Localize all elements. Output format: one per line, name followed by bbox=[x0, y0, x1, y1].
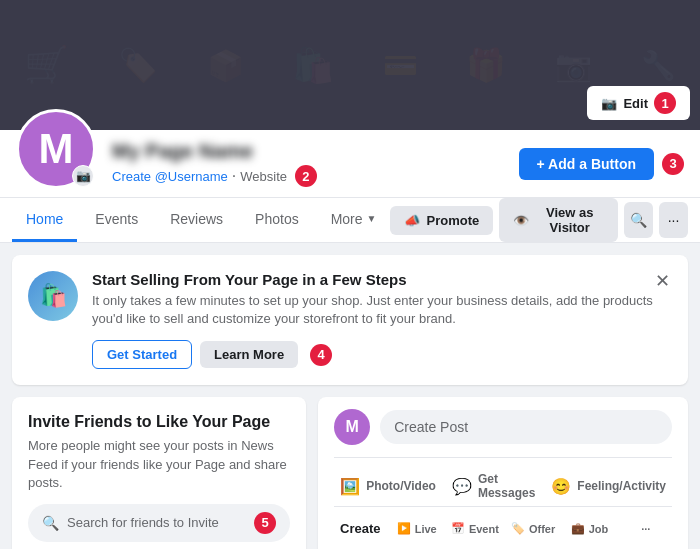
invite-description: More people might see your posts in News… bbox=[28, 437, 290, 492]
search-button[interactable]: 🔍 bbox=[624, 202, 653, 238]
create-username-link[interactable]: Create @Username bbox=[112, 169, 228, 184]
add-a-button[interactable]: + Add a Button bbox=[519, 148, 654, 180]
promote-button[interactable]: 📣 Promote bbox=[390, 206, 493, 235]
camera-icon: 📷 bbox=[601, 96, 617, 111]
tab-reviews[interactable]: Reviews bbox=[156, 199, 237, 242]
create-post-header: M Create Post bbox=[334, 409, 672, 445]
more-create-action[interactable]: ··· bbox=[620, 515, 672, 542]
photo-video-icon: 🖼️ bbox=[340, 477, 360, 496]
add-button-wrapper: + Add a Button 3 bbox=[519, 148, 684, 180]
nav-right: 📣 Promote 👁️ View as Visitor 🔍 ··· bbox=[390, 198, 688, 242]
avatar-camera-button[interactable]: 📷 bbox=[72, 165, 94, 187]
feeling-activity-action[interactable]: 😊 Feeling/Activity bbox=[545, 466, 672, 506]
search-icon: 🔍 bbox=[630, 212, 647, 228]
job-action[interactable]: 💼 Job bbox=[563, 515, 615, 542]
view-as-visitor-button[interactable]: 👁️ View as Visitor bbox=[499, 198, 618, 242]
invite-title: Invite Friends to Like Your Page bbox=[28, 413, 290, 431]
get-started-button[interactable]: Get Started bbox=[92, 340, 192, 369]
feeling-icon: 😊 bbox=[551, 477, 571, 496]
nav-left: Home Events Reviews Photos More ▼ bbox=[12, 199, 390, 242]
promote-icon: 📣 bbox=[404, 213, 420, 228]
nav-tabs: Home Events Reviews Photos More ▼ 📣 Prom… bbox=[0, 198, 700, 243]
sell-icon: 🛍️ bbox=[28, 271, 78, 321]
tab-events[interactable]: Events bbox=[81, 199, 152, 242]
messenger-icon: 💬 bbox=[452, 477, 472, 496]
create-row: Create ▶️ Live 📅 Event 🏷️ Offer 💼 Job bbox=[334, 506, 672, 542]
offer-icon: 🏷️ bbox=[511, 522, 525, 535]
job-icon: 💼 bbox=[571, 522, 585, 535]
annotation-3: 3 bbox=[662, 153, 684, 175]
page-name-text: My Page Name bbox=[112, 140, 253, 163]
close-icon: ✕ bbox=[655, 270, 670, 292]
offer-action[interactable]: 🏷️ Offer bbox=[507, 515, 559, 542]
tab-home[interactable]: Home bbox=[12, 199, 77, 242]
create-post-card: M Create Post 🖼️ Photo/Video 💬 Get Messa… bbox=[318, 397, 688, 549]
main-content: 🛍️ Start Selling From Your Page in a Few… bbox=[0, 243, 700, 549]
mini-avatar: M bbox=[334, 409, 370, 445]
search-friends-input[interactable]: 🔍 Search for friends to Invite 5 bbox=[28, 504, 290, 542]
sell-content: Start Selling From Your Page in a Few St… bbox=[92, 271, 672, 369]
search-friends-placeholder: Search for friends to Invite bbox=[67, 515, 219, 530]
learn-more-button[interactable]: Learn More bbox=[200, 341, 298, 368]
event-icon: 📅 bbox=[451, 522, 465, 535]
sell-description: It only takes a few minutes to set up yo… bbox=[92, 292, 672, 328]
sell-card: 🛍️ Start Selling From Your Page in a Few… bbox=[12, 255, 688, 385]
annotation-5: 5 bbox=[254, 512, 276, 534]
edit-cover-button[interactable]: 📷 Edit 1 bbox=[587, 86, 690, 120]
annotation-2: 2 bbox=[295, 165, 317, 187]
profile-info: My Page Name Create @Username · Website … bbox=[112, 130, 503, 197]
create-action-label: Create bbox=[334, 515, 386, 542]
live-action[interactable]: ▶️ Live bbox=[391, 515, 443, 542]
more-icon: ··· bbox=[641, 523, 650, 535]
close-sell-card-button[interactable]: ✕ bbox=[648, 267, 676, 295]
photo-video-action[interactable]: 🖼️ Photo/Video bbox=[334, 466, 442, 506]
ellipsis-icon: ··· bbox=[668, 212, 680, 228]
eye-icon: 👁️ bbox=[513, 213, 529, 228]
profile-section: M 📷 My Page Name Create @Username · Webs… bbox=[0, 130, 700, 198]
cover-photo: 🛒 🏷️ 📦 🛍️ 💳 🎁 📷 🔧 📷 Edit 1 bbox=[0, 0, 700, 130]
page-name: My Page Name bbox=[112, 140, 503, 163]
sell-title: Start Selling From Your Page in a Few St… bbox=[92, 271, 672, 288]
chevron-down-icon: ▼ bbox=[367, 213, 377, 224]
website-link[interactable]: Website bbox=[240, 169, 287, 184]
live-icon: ▶️ bbox=[397, 522, 411, 535]
create-post-button[interactable]: Create Post bbox=[380, 410, 672, 444]
event-action[interactable]: 📅 Event bbox=[447, 515, 503, 542]
edit-label: Edit bbox=[623, 96, 648, 111]
tab-photos[interactable]: Photos bbox=[241, 199, 313, 242]
more-options-button[interactable]: ··· bbox=[659, 202, 688, 238]
annotation-4: 4 bbox=[310, 344, 332, 366]
search-icon: 🔍 bbox=[42, 515, 59, 531]
post-actions: 🖼️ Photo/Video 💬 Get Messages 😊 Feeling/… bbox=[334, 457, 672, 506]
avatar-wrapper: M 📷 bbox=[16, 109, 96, 189]
bottom-row: Invite Friends to Like Your Page More pe… bbox=[12, 397, 688, 549]
sell-actions: Get Started Learn More 4 bbox=[92, 340, 672, 369]
annotation-1: 1 bbox=[654, 92, 676, 114]
tab-more[interactable]: More ▼ bbox=[317, 199, 391, 242]
invite-card: Invite Friends to Like Your Page More pe… bbox=[12, 397, 306, 549]
get-messages-action[interactable]: 💬 Get Messages bbox=[446, 466, 541, 506]
